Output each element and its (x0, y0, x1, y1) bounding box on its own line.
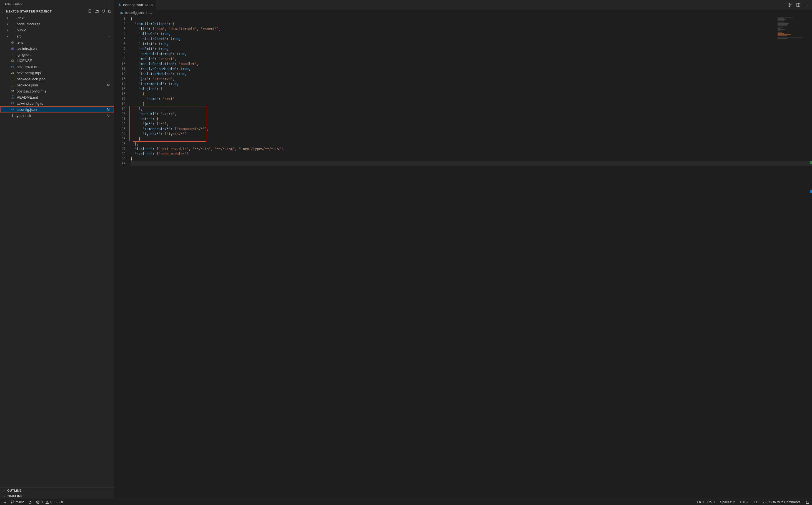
file-icon: ⚖ (10, 58, 15, 63)
scroll-mark-added (810, 161, 812, 164)
chevron-right-icon: › (146, 11, 147, 15)
editor-body[interactable]: 1234567891011121314151617181920212223242… (115, 16, 812, 499)
file-label: .next (17, 16, 112, 20)
project-header[interactable]: ⌄ NEXTJS-STARTER-PROJECT (0, 8, 114, 15)
file-next-env-d-ts[interactable]: TSnext-env.d.ts (0, 63, 114, 70)
file-icon: ⬇ (10, 114, 15, 118)
explorer-sidebar: EXPLORER ⋯ ⌄ NEXTJS-STARTER-PROJECT (0, 0, 115, 499)
language-mode[interactable]: { } JSON with Comments (763, 500, 800, 504)
file-label: .eslintrc.json (17, 46, 112, 50)
file-icon: JS (10, 71, 15, 74)
refresh-icon[interactable] (102, 9, 105, 14)
file-tree: ›.next›node_modules›public›src●⚙.env◉.es… (0, 15, 114, 488)
folder-src[interactable]: ›src● (0, 33, 114, 39)
file-icon: {} (10, 77, 15, 80)
chevron-right-icon: › (6, 16, 9, 19)
language-label: JSON with Comments (768, 500, 800, 504)
breadcrumb-more[interactable]: ... (149, 11, 152, 15)
chevron-right-icon: › (6, 28, 9, 32)
file-license[interactable]: ⚖LICENSE (0, 57, 114, 63)
file-tailwind-config-ts[interactable]: TStailwind.config.ts (0, 100, 114, 107)
remote-icon[interactable] (3, 500, 7, 504)
file-icon: ◉ (10, 46, 15, 50)
more-actions-icon[interactable]: ⋯ (805, 3, 808, 7)
file-label: LICENSE (17, 58, 112, 63)
file-icon: TS (10, 108, 15, 111)
file-package-lock-json[interactable]: {}package-lock.json (0, 76, 114, 82)
collapse-icon[interactable] (108, 9, 112, 14)
breadcrumb[interactable]: TS tsconfig.json › ... (115, 10, 812, 16)
file-label: postcss.config.mjs (17, 89, 112, 93)
modified-badge: M (107, 83, 110, 87)
chevron-right-icon: › (2, 494, 6, 498)
indent-setting[interactable]: Spaces: 2 (720, 500, 735, 504)
file-package-json[interactable]: {}package.jsonM (0, 82, 114, 88)
timeline-label: TIMELINE (7, 494, 22, 498)
eol[interactable]: LF (755, 500, 758, 504)
tab-label: tsconfig.json (123, 3, 143, 7)
editor-area: TS tsconfig.json M ✕ ⋯ TS tsconfig.json … (115, 0, 812, 499)
file-icon: TS (10, 65, 15, 68)
file-icon: ⚙ (10, 40, 15, 44)
file-icon: JS (10, 90, 15, 93)
chevron-right-icon: › (6, 22, 9, 26)
ports-count: 0 (61, 500, 63, 504)
scroll-indicator (808, 16, 812, 499)
file-yarn-lock[interactable]: ⬇yarn.lockU (0, 113, 114, 119)
tab-tsconfig[interactable]: TS tsconfig.json M ✕ (115, 0, 156, 10)
svg-rect-0 (109, 10, 111, 12)
branch-indicator[interactable]: main* (11, 500, 24, 504)
file-label: yarn.lock (17, 114, 107, 118)
file-label: node_modules (17, 22, 112, 26)
tab-modified-badge: M (145, 3, 148, 7)
dirty-badge: ● (108, 35, 110, 37)
folder--next[interactable]: ›.next (0, 15, 114, 21)
svg-point-10 (58, 503, 58, 503)
svg-point-1 (789, 3, 790, 4)
new-file-icon[interactable] (88, 9, 92, 14)
file-icon: ◦ (10, 52, 15, 57)
svg-point-2 (789, 6, 790, 7)
chevron-right-icon: › (2, 489, 6, 492)
breadcrumb-file[interactable]: tsconfig.json (125, 11, 144, 15)
file-icon: ⓘ (10, 95, 15, 100)
ts-icon: TS (117, 3, 121, 6)
file-postcss-config-mjs[interactable]: JSpostcss.config.mjs (0, 88, 114, 94)
branch-name: main* (16, 500, 24, 504)
folder-node-modules[interactable]: ›node_modules (0, 21, 114, 27)
file-tsconfig-json[interactable]: TStsconfig.jsonM (0, 107, 114, 113)
problems-indicator[interactable]: 0 0 (36, 500, 52, 504)
notifications-icon[interactable] (805, 500, 809, 504)
file-label: .env (17, 40, 112, 44)
untracked-badge: U (107, 114, 110, 118)
timeline-section[interactable]: › TIMELINE (0, 493, 114, 499)
file--eslintrc-json[interactable]: ◉.eslintrc.json (0, 45, 114, 51)
file--env[interactable]: ⚙.env (0, 39, 114, 45)
file--gitignore[interactable]: ◦.gitignore (0, 51, 114, 57)
explorer-more-icon[interactable]: ⋯ (106, 2, 110, 6)
file-icon: TS (10, 102, 15, 105)
status-bar: main* 0 0 0 Ln 30, Col 1 Spaces: 2 UTF-8… (0, 499, 812, 505)
sync-icon[interactable] (28, 500, 32, 504)
new-folder-icon[interactable] (95, 9, 98, 14)
encoding[interactable]: UTF-8 (740, 500, 750, 504)
file-readme-md[interactable]: ⓘREADME.md (0, 94, 114, 100)
svg-point-6 (11, 503, 12, 504)
file-label: public (17, 28, 112, 32)
warning-count: 0 (50, 500, 52, 504)
split-editor-icon[interactable] (796, 3, 801, 7)
code-content[interactable]: { "compilerOptions": { "lib": ["dom", "d… (131, 16, 812, 499)
folder-public[interactable]: ›public (0, 27, 114, 33)
chevron-right-icon: › (6, 34, 9, 38)
close-icon[interactable]: ✕ (150, 3, 153, 7)
cursor-position[interactable]: Ln 30, Col 1 (697, 500, 716, 504)
file-label: tailwind.config.ts (17, 102, 112, 106)
file-next-config-mjs[interactable]: JSnext.config.mjs (0, 70, 114, 76)
outline-section[interactable]: › OUTLINE (0, 488, 114, 493)
file-label: next-env.d.ts (17, 65, 112, 69)
ts-icon: TS (120, 11, 123, 14)
project-name: NEXTJS-STARTER-PROJECT (6, 10, 52, 13)
braces-icon: { } (763, 500, 767, 504)
compare-changes-icon[interactable] (788, 3, 792, 7)
ports-indicator[interactable]: 0 (56, 500, 63, 504)
